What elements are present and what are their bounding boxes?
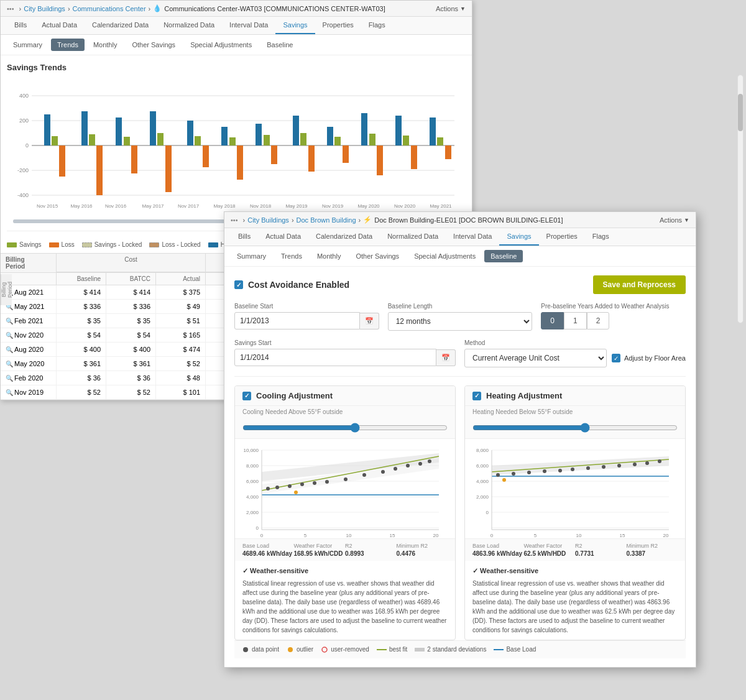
row6-search-icon[interactable]: 🔍	[6, 361, 13, 367]
cost-avoidance-header: ✓ Cost Avoidance Enabled Save and Reproc…	[234, 275, 686, 294]
svg-rect-17	[256, 124, 262, 145]
fg-sep1: ›	[243, 216, 246, 224]
baseline-start-input[interactable]	[234, 312, 360, 329]
fg-subtab-other[interactable]: Other Savings	[349, 250, 405, 262]
cost-avoidance-checkbox[interactable]: ✓	[234, 280, 243, 289]
baseline-start-calendar-btn[interactable]: 📅	[360, 313, 379, 329]
row1-batcc: $ 414	[106, 285, 156, 299]
bg-tab-calendarized[interactable]: Calendarized Data	[85, 17, 156, 34]
bg-tab-bills[interactable]: Bills	[7, 17, 34, 34]
svg-point-125	[586, 466, 590, 470]
bg-subtab-monthly[interactable]: Monthly	[87, 39, 124, 51]
fg-subtab-trends[interactable]: Trends	[275, 250, 308, 262]
svg-rect-36	[96, 145, 103, 195]
row7-baseline: $ 36	[57, 371, 106, 385]
chart-legend-bottom: data point outlier user-removed best fit…	[234, 640, 686, 658]
fg-tab-calendarized[interactable]: Calendarized Data	[308, 228, 380, 246]
bg-subtab-summary[interactable]: Summary	[7, 39, 48, 51]
svg-point-122	[543, 469, 546, 473]
bg-tab-properties[interactable]: Properties	[315, 17, 361, 34]
legend-base-load: Base Load	[494, 646, 536, 653]
row2-baseline: $ 336	[57, 300, 106, 313]
prebaseline-1-btn[interactable]: 1	[564, 312, 587, 329]
bg-scrollbar[interactable]	[737, 75, 744, 323]
fg-tab-flags[interactable]: Flags	[585, 228, 617, 246]
svg-text:0: 0	[490, 533, 494, 538]
baseline-length-select[interactable]: 12 months 24 months 36 months	[388, 312, 533, 331]
row4-search-icon[interactable]: 🔍	[6, 332, 13, 339]
method-label: Method	[464, 339, 686, 346]
fg-breadcrumb-item2[interactable]: Doc Brown Building	[297, 216, 356, 224]
row8-batcc: $ 52	[106, 385, 156, 399]
svg-rect-16	[221, 127, 228, 145]
row3-search-icon[interactable]: 🔍	[6, 318, 13, 325]
svg-point-97	[294, 490, 298, 494]
bg-breadcrumb-item2[interactable]: Communications Center	[73, 5, 146, 12]
prebaseline-2-btn[interactable]: 2	[587, 312, 610, 329]
svg-text:15: 15	[620, 533, 625, 538]
svg-text:5: 5	[304, 533, 307, 538]
method-select[interactable]: Current Average Unit Cost Baseline Avera…	[464, 349, 607, 367]
svg-point-88	[313, 481, 316, 485]
svg-text:Nov 2015: Nov 2015	[37, 203, 58, 209]
svg-text:2,000: 2,000	[476, 494, 489, 500]
bg-subtab-other[interactable]: Other Savings	[126, 39, 182, 51]
bg-subtab-trends[interactable]: Trends	[51, 39, 85, 51]
save-reprocess-button[interactable]: Save and Reprocess	[593, 275, 686, 294]
bg-tab-flags[interactable]: Flags	[361, 17, 393, 34]
fg-breadcrumb-item1[interactable]: City Buildings	[247, 216, 289, 224]
bg-subtab-baseline[interactable]: Baseline	[260, 39, 299, 51]
cooling-checkbox[interactable]: ✓	[242, 392, 251, 400]
heating-checkbox[interactable]: ✓	[472, 392, 481, 400]
fg-dots: •••	[231, 216, 238, 224]
baseline-length-group: Baseline Length 12 months 24 months 36 m…	[388, 303, 533, 331]
cooling-slider[interactable]	[242, 423, 448, 433]
savings-start-calendar-btn[interactable]: 📅	[436, 349, 456, 366]
bg-subtab-special[interactable]: Special Adjustments	[184, 39, 258, 51]
fg-sep3: ›	[359, 216, 361, 224]
bg-tab-savings[interactable]: Savings	[275, 17, 315, 34]
fg-tab-interval[interactable]: Interval Data	[446, 228, 499, 246]
svg-rect-20	[361, 113, 367, 145]
bg-scrollbar-thumb[interactable]	[738, 94, 743, 131]
svg-rect-45	[411, 145, 417, 169]
legend-loss-locked: Loss - Locked	[162, 241, 200, 248]
bg-tab-interval[interactable]: Interval Data	[222, 17, 275, 34]
heating-wf-value: 62.5 kWh/HDD	[524, 550, 576, 557]
svg-rect-37	[131, 145, 137, 173]
svg-rect-12	[81, 111, 88, 145]
fg-tab-savings[interactable]: Savings	[499, 228, 538, 246]
fg-tab-actual[interactable]: Actual Data	[258, 228, 308, 246]
row7-search-icon[interactable]: 🔍	[6, 375, 13, 382]
foreground-window: ••• › City Buildings › Doc Brown Buildin…	[224, 211, 696, 668]
fg-subtab-monthly[interactable]: Monthly	[311, 250, 348, 262]
fg-actions-button[interactable]: Actions	[660, 216, 689, 224]
bg-breadcrumb-title: Communications Center-WAT03 [COMMUNICATI…	[164, 5, 385, 12]
svg-rect-33	[403, 136, 409, 145]
svg-rect-25	[124, 137, 130, 145]
svg-rect-46	[445, 145, 451, 159]
adjust-floor-area-checkbox[interactable]: ✓	[612, 354, 620, 362]
fg-subtab-summary[interactable]: Summary	[231, 250, 272, 262]
fg-tab-properties[interactable]: Properties	[539, 228, 585, 246]
fg-subtab-baseline[interactable]: Baseline	[484, 250, 523, 262]
row5-search-icon[interactable]: 🔍	[6, 346, 13, 353]
th-baseline: Baseline	[57, 273, 106, 285]
row2-batcc: $ 336	[106, 300, 156, 313]
heating-slider[interactable]	[472, 423, 678, 433]
bg-actions-button[interactable]: Actions	[436, 5, 466, 12]
fg-subtab-special[interactable]: Special Adjustments	[408, 250, 482, 262]
fg-tab-bills[interactable]: Bills	[231, 228, 258, 246]
svg-text:Nov 2018: Nov 2018	[250, 203, 272, 209]
bg-tab-actual[interactable]: Actual Data	[34, 17, 85, 34]
cooling-subheader: Cooling Needed Above 55°F outside	[235, 406, 455, 419]
svg-text:200: 200	[19, 117, 29, 124]
bg-breadcrumb-item1[interactable]: City Buildings	[24, 5, 65, 12]
row3-period: Feb 2021	[14, 317, 43, 325]
row7-actual: $ 48	[156, 371, 206, 385]
row8-search-icon[interactable]: 🔍	[6, 389, 13, 396]
savings-start-input[interactable]	[234, 349, 436, 366]
fg-tab-normalized[interactable]: Normalized Data	[380, 228, 446, 246]
bg-tab-normalized[interactable]: Normalized Data	[156, 17, 222, 34]
prebaseline-0-btn[interactable]: 0	[541, 312, 564, 329]
